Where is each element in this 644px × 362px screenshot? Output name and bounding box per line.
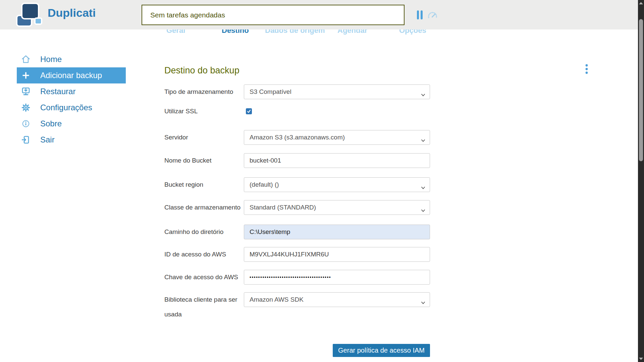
form-row: Classe de armazenamento Standard (STANDA…	[164, 200, 430, 215]
form-row: Chave de acesso do AWS	[164, 270, 430, 285]
logo-square-light	[34, 17, 42, 25]
form-row: Caminho do diretório	[164, 225, 430, 239]
form-row: ID de acesso do AWS	[164, 247, 430, 262]
form-row: Tipo de armazenamento S3 Compatível	[164, 84, 430, 99]
use-ssl-checkbox[interactable]	[246, 108, 252, 114]
sidebar-item-label: Home	[40, 55, 62, 64]
sidebar-item-home[interactable]: Home	[17, 51, 126, 67]
chevron-down-icon	[421, 91, 425, 98]
aws-access-id-input[interactable]	[244, 247, 430, 262]
throttle-gauge-icon[interactable]	[426, 9, 439, 21]
chevron-down-icon	[421, 136, 425, 144]
form-row: Servidor Amazon S3 (s3.amazonaws.com)	[164, 130, 430, 145]
sidebar-item-restaurar[interactable]: Restaurar	[17, 83, 126, 100]
duplicati-logo-icon	[16, 3, 45, 28]
sidebar-item-configuracoes[interactable]: Configurações	[17, 100, 126, 116]
page-title: Destino do backup	[164, 65, 239, 76]
chevron-down-icon	[421, 184, 425, 191]
generate-iam-policy-button[interactable]: Gerar política de acesso IAM	[333, 344, 430, 357]
gear-icon	[21, 103, 31, 113]
client-library-select[interactable]: Amazon AWS SDK	[244, 292, 430, 307]
field-label: Tipo de armazenamento	[164, 84, 244, 99]
field-label: ID de acesso do AWS	[164, 247, 244, 262]
vertical-scrollbar[interactable]	[638, 0, 644, 362]
bucket-region-select[interactable]: (default) ()	[244, 177, 430, 192]
field-label: Utilizar SSL	[164, 104, 244, 119]
sidebar-item-label: Adicionar backup	[40, 71, 102, 80]
app-title: Duplicati	[48, 6, 96, 19]
info-icon	[21, 119, 31, 129]
form-row: Biblioteca cliente para ser usada Amazon…	[164, 292, 430, 322]
status-message: Sem tarefas agendadas	[142, 11, 225, 19]
storage-class-select[interactable]: Standard (STANDARD)	[244, 200, 430, 215]
selected-value: (default) ()	[250, 181, 279, 188]
field-label: Biblioteca cliente para ser usada	[164, 292, 244, 322]
field-label: Caminho do diretório	[164, 225, 244, 239]
field-label: Nome do Bucket	[164, 153, 244, 168]
pause-icon[interactable]	[417, 10, 423, 19]
chevron-down-icon	[421, 206, 425, 214]
field-label: Chave de acesso do AWS	[164, 270, 244, 285]
logo-square-dark	[21, 3, 39, 19]
sidebar-item-label: Sobre	[40, 119, 62, 128]
sidebar-item-sobre[interactable]: Sobre	[17, 116, 126, 132]
chevron-down-icon	[421, 299, 425, 306]
top-header: Duplicati Sem tarefas agendadas	[0, 0, 638, 29]
bucket-name-input[interactable]	[244, 153, 430, 168]
restore-icon	[21, 86, 31, 97]
sidebar-item-sair[interactable]: Sair	[17, 132, 126, 148]
selected-value: Amazon AWS SDK	[250, 296, 304, 303]
sidebar-nav: Home Adicionar backup Restaurar	[0, 29, 141, 148]
scrollbar-thumb[interactable]	[639, 19, 643, 161]
kebab-menu-icon[interactable]	[585, 64, 588, 75]
storage-type-select[interactable]: S3 Compatível	[244, 84, 430, 99]
field-label: Bucket region	[164, 177, 244, 192]
duplicati-app: Geral Destino Dados de origem Agendar Op…	[0, 0, 644, 362]
plus-icon	[21, 70, 31, 80]
scheduled-tasks-status[interactable]: Sem tarefas agendadas	[142, 5, 405, 25]
form-row: Utilizar SSL	[164, 104, 430, 119]
aws-access-key-input[interactable]	[244, 270, 430, 285]
form-row: Bucket region (default) ()	[164, 177, 430, 192]
logout-icon	[21, 135, 31, 145]
scrollbar-down-arrow[interactable]	[639, 358, 643, 360]
home-icon	[21, 54, 31, 64]
sidebar-item-adicionar-backup[interactable]: Adicionar backup	[17, 67, 126, 83]
server-select[interactable]: Amazon S3 (s3.amazonaws.com)	[244, 130, 430, 145]
form-row: Nome do Bucket	[164, 153, 430, 168]
selected-value: Standard (STANDARD)	[250, 204, 316, 211]
sidebar-item-label: Sair	[40, 135, 55, 144]
folder-path-input[interactable]	[244, 225, 430, 239]
sidebar-item-label: Configurações	[40, 103, 92, 112]
sidebar-item-label: Restaurar	[40, 87, 75, 96]
scrollbar-up-arrow[interactable]	[639, 2, 643, 4]
field-label: Classe de armazenamento	[164, 200, 244, 215]
selected-value: S3 Compatível	[250, 88, 291, 96]
selected-value: Amazon S3 (s3.amazonaws.com)	[250, 134, 345, 141]
field-label: Servidor	[164, 130, 244, 145]
